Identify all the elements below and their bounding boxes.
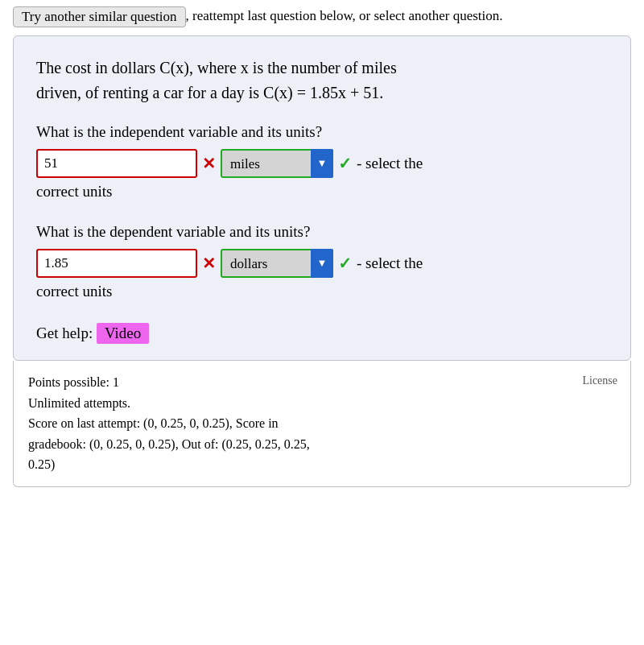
- gradebook-line: gradebook: (0, 0.25, 0, 0.25), Out of: (…: [28, 434, 616, 455]
- question-block-2: What is the dependent variable and its u…: [36, 223, 608, 300]
- q1-answer-row: ✕ miles dollars km hours ✓ - select the: [36, 149, 608, 178]
- problem-text: The cost in dollars C(x), where x is the…: [36, 56, 608, 105]
- q2-answer-row: ✕ dollars miles km hours ✓ - select the: [36, 249, 608, 278]
- q2-check-icon: ✓: [338, 254, 352, 273]
- q1-unit-select[interactable]: miles dollars km hours: [221, 149, 333, 178]
- points-line: Points possible: 1: [28, 372, 616, 393]
- get-help-label: Get help:: [36, 325, 93, 341]
- q1-error-icon: ✕: [202, 154, 216, 173]
- top-bar: Try another similar question, reattempt …: [0, 0, 644, 35]
- main-card: The cost in dollars C(x), where x is the…: [13, 35, 631, 361]
- problem-line1: The cost in dollars C(x), where x is the…: [36, 56, 608, 81]
- out-of-line: 0.25): [28, 454, 616, 475]
- score-line: Score on last attempt: (0, 0.25, 0, 0.25…: [28, 413, 616, 434]
- q1-select-wrapper: miles dollars km hours: [221, 149, 333, 178]
- header-rest-text: , reattempt last question below, or sele…: [186, 8, 503, 23]
- attempts-line: Unlimited attempts.: [28, 393, 616, 414]
- q2-input[interactable]: [36, 249, 197, 278]
- q2-correct-units: correct units: [36, 283, 608, 300]
- q2-error-icon: ✕: [202, 254, 216, 273]
- q1-input[interactable]: [36, 149, 197, 178]
- q1-label: What is the independent variable and its…: [36, 123, 608, 141]
- problem-line2: driven, of renting a car for a day is C(…: [36, 81, 608, 105]
- q2-unit-select[interactable]: dollars miles km hours: [221, 249, 333, 278]
- q2-suffix: - select the: [357, 254, 423, 272]
- question-block-1: What is the independent variable and its…: [36, 123, 608, 201]
- get-help-section: Get help: Video: [36, 323, 608, 344]
- q1-check-icon: ✓: [338, 154, 352, 173]
- video-button[interactable]: Video: [97, 323, 149, 344]
- license-link[interactable]: License: [582, 372, 617, 390]
- try-another-button[interactable]: Try another similar question: [13, 6, 186, 27]
- q2-select-wrapper: dollars miles km hours: [221, 249, 333, 278]
- q1-suffix: - select the: [357, 155, 423, 172]
- q1-correct-units: correct units: [36, 183, 608, 201]
- bottom-bar: License Points possible: 1 Unlimited att…: [13, 361, 631, 487]
- q2-label: What is the dependent variable and its u…: [36, 223, 608, 241]
